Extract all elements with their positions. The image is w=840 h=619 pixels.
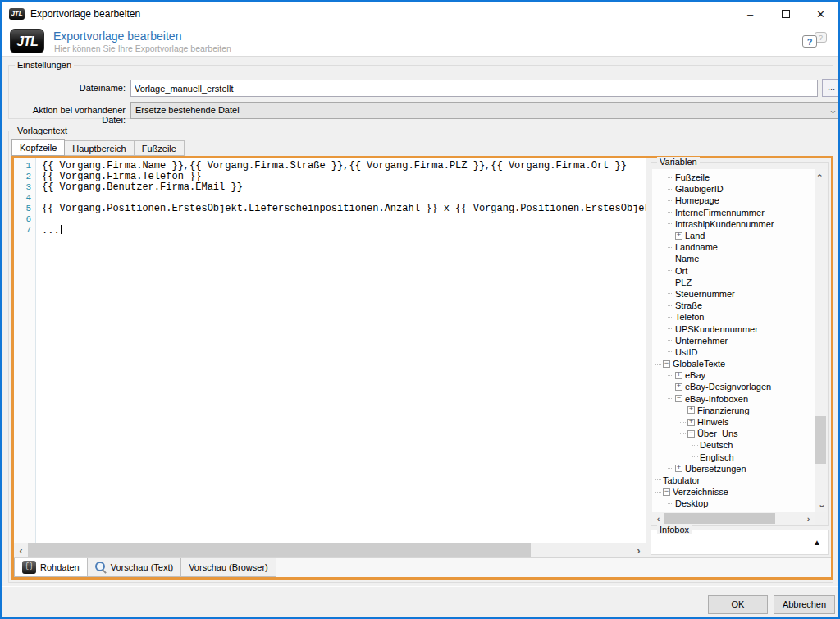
tree-v-scroll-thumb[interactable] [815, 416, 826, 464]
tree-item-intrashipkundennummer[interactable]: IntrashipKundennummer [654, 218, 815, 230]
tree-item-ebay[interactable]: +eBay [654, 369, 815, 381]
editor-h-scroll-thumb[interactable] [28, 543, 531, 557]
collapse-triangle-icon[interactable]: ▲ [813, 538, 821, 547]
file-action-select[interactable]: Ersetze bestehende Datei ‹ [130, 102, 840, 119]
help-bubbles-icon[interactable]: ? ? [801, 32, 827, 52]
tree-item-label: UstID [675, 347, 698, 357]
code-line-5[interactable]: {{ Vorgang.Positionen.ErstesObjekt.Liefe… [42, 204, 646, 214]
tree-item-label: eBay-Designvorlagen [685, 382, 771, 392]
tree-h-scrollbar[interactable]: ‹ › [652, 512, 815, 525]
scroll-right-arrow-icon[interactable]: › [632, 543, 646, 557]
line-number: 7 [14, 225, 35, 236]
browse-button[interactable]: ... [822, 79, 840, 97]
tree-item-ber-uns[interactable]: −Über_Uns [654, 428, 815, 439]
tree-item-label: eBay-Infoboxen [685, 394, 748, 404]
collapse-minus-icon[interactable]: − [663, 488, 670, 496]
settings-group: Einstellungen Dateiname: ... Aktion bei … [8, 65, 833, 119]
tree-item-label: Hinweis [697, 417, 729, 427]
app-icon: JTL [9, 8, 25, 20]
code-editor[interactable]: 1234567 {{ Vorgang.Firma.Name }},{{ Vorg… [14, 158, 646, 557]
tree-item-ustid[interactable]: UstID [654, 346, 815, 358]
code-line-6[interactable] [42, 214, 646, 225]
code-line-7[interactable]: ... [42, 225, 646, 236]
maximize-icon [782, 10, 790, 18]
dialog-window: JTL Exportvorlage bearbeiten – ✕ JTL Exp… [0, 0, 840, 619]
tree-item-plz[interactable]: PLZ [654, 277, 815, 288]
tab-hauptbereich[interactable]: Hauptbereich [64, 140, 134, 156]
tree-item-finanzierung[interactable]: +Finanzierung [654, 405, 815, 416]
dialog-header: JTL Exportvorlage bearbeiten Hier können… [2, 26, 838, 57]
tab-rohdaten[interactable]: {}Rohdaten [14, 558, 88, 577]
tree-item-globaletexte[interactable]: −GlobaleTexte [654, 358, 815, 369]
tree-item-fu-zeile[interactable]: Fußzeile [654, 172, 815, 183]
tab-fu-zeile[interactable]: Fußzeile [134, 140, 185, 156]
tree-item-label: Ort [675, 266, 687, 276]
close-button[interactable]: ✕ [803, 2, 838, 26]
tree-item-verzeichnisse[interactable]: −Verzeichnisse [654, 486, 815, 497]
filename-label: Dateiname: [9, 83, 126, 93]
tree-v-scrollbar[interactable]: ‹ ‹ [815, 169, 827, 512]
expand-plus-icon[interactable]: + [687, 406, 695, 414]
jtl-logo: JTL [10, 29, 44, 53]
scroll-left-arrow-icon[interactable]: ‹ [14, 543, 28, 557]
tree-item-bersetzungen[interactable]: +Übersetzungen [654, 463, 815, 475]
tab-kopfzeile[interactable]: Kopfzeile [11, 139, 65, 156]
page-title: Exportvorlage bearbeiten [53, 30, 181, 43]
tree-item-stra-e[interactable]: Straße [654, 300, 815, 311]
tree-item-ebay-designvorlagen[interactable]: +eBay-Designvorlagen [654, 381, 815, 392]
tree-item-internefirmennummer[interactable]: InterneFirmennummer [654, 207, 815, 218]
infobox-legend: Infobox [657, 525, 692, 534]
filename-input[interactable] [130, 80, 818, 97]
tree-item-land[interactable]: +Land [654, 230, 815, 241]
maximize-button[interactable] [768, 2, 803, 26]
file-action-value: Ersetze bestehende Datei [135, 105, 240, 115]
minimize-icon: – [747, 8, 753, 21]
line-number: 1 [14, 161, 35, 172]
tab-label: Vorschau (Browser) [189, 562, 268, 572]
cancel-button[interactable]: Abbrechen [774, 595, 835, 614]
tree-item-label: PLZ [675, 277, 692, 287]
line-number: 5 [14, 204, 35, 214]
scroll-down-arrow-icon[interactable]: ‹ [815, 500, 827, 512]
tree-item-ebay-infoboxen[interactable]: −eBay-Infoboxen [654, 393, 815, 405]
tree-item-label: eBay [685, 370, 705, 380]
ok-button[interactable]: OK [708, 595, 768, 614]
tab-vorschau-text[interactable]: Vorschau (Text) [87, 558, 181, 577]
tree-item-unternehmer[interactable]: Unternehmer [654, 335, 815, 346]
tree-item-englisch[interactable]: Englisch [654, 452, 815, 463]
magnifier-icon [95, 562, 107, 573]
tree-item-ort[interactable]: Ort [654, 265, 815, 277]
scroll-right-arrow-icon[interactable]: › [802, 512, 815, 525]
tab-vorschau-browser[interactable]: Vorschau (Browser) [180, 558, 276, 577]
tree-item-hinweis[interactable]: +Hinweis [654, 416, 815, 428]
tree-item-homepage[interactable]: Homepage [654, 195, 815, 206]
tree-item-gl-ubigerid[interactable]: GläubigerID [654, 183, 815, 195]
tree-item-deutsch[interactable]: Deutsch [654, 439, 815, 451]
line-number: 2 [14, 172, 35, 182]
expand-plus-icon[interactable]: + [675, 383, 682, 391]
expand-plus-icon[interactable]: + [675, 232, 682, 240]
title-bar[interactable]: JTL Exportvorlage bearbeiten – ✕ [2, 2, 838, 26]
tree-item-upskundennummer[interactable]: UPSKundennummer [654, 323, 815, 334]
tree-item-desktop[interactable]: Desktop [654, 497, 815, 509]
collapse-minus-icon[interactable]: − [663, 360, 670, 368]
expand-plus-icon[interactable]: + [675, 372, 682, 379]
tree-item-name[interactable]: Name [654, 253, 815, 264]
collapse-minus-icon[interactable]: − [675, 395, 682, 402]
minimize-button[interactable]: – [733, 2, 768, 26]
tree-item-steuernummer[interactable]: Steuernummer [654, 288, 815, 300]
footer-divider [2, 586, 838, 587]
editor-h-scrollbar[interactable]: ‹ › [14, 543, 646, 557]
tree-item-landname[interactable]: Landname [654, 241, 815, 253]
scroll-left-arrow-icon[interactable]: ‹ [652, 512, 664, 525]
tree-h-scroll-thumb[interactable] [664, 513, 775, 524]
collapse-minus-icon[interactable]: − [687, 430, 695, 438]
code-line-3[interactable]: {{ Vorgang.Benutzer.Firma.EMail }} [42, 182, 646, 193]
tree-item-telefon[interactable]: Telefon [654, 311, 815, 323]
expand-plus-icon[interactable]: + [675, 465, 682, 472]
code-area[interactable]: {{ Vorgang.Firma.Name }},{{ Vorgang.Firm… [37, 158, 646, 543]
expand-plus-icon[interactable]: + [687, 419, 695, 426]
tree-item-label: Deutsch [700, 440, 733, 450]
tree-item-tabulator[interactable]: Tabulator [654, 475, 815, 486]
scroll-up-arrow-icon[interactable]: ‹ [815, 169, 827, 181]
